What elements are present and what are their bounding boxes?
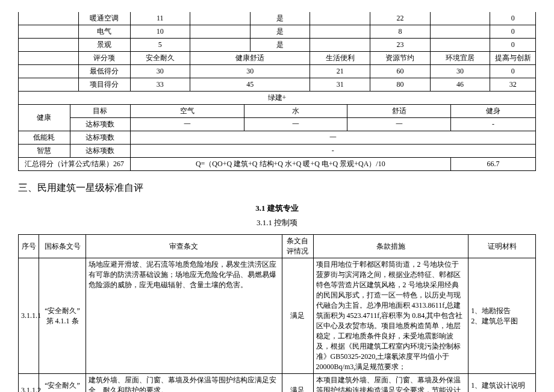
item-evidence: 1、地勘报告 2、建筑总平图 bbox=[468, 258, 536, 374]
item-status: 满足 bbox=[282, 374, 314, 393]
discipline-v4 bbox=[310, 39, 370, 52]
discipline-v1: 11 bbox=[130, 12, 190, 25]
item-index: 3.1.1.1 bbox=[19, 258, 39, 374]
top-discipline-table: 暖通空调 11 是 22 0 电气 10 是 8 0 景观 5 是 23 0 评… bbox=[18, 12, 536, 105]
score-v6: 32 bbox=[490, 78, 536, 92]
discipline-name: 景观 bbox=[78, 39, 130, 52]
item-measures: 本项目建筑外墙、屋面、门窗、幕墙及外保温等围护结构连接构造满足安全要求，节能设计… bbox=[313, 374, 468, 393]
item-code: “安全耐久”第 4.1.1 条 bbox=[39, 258, 86, 374]
g2-row-2: 达标项数 一 一 一 - bbox=[19, 118, 536, 131]
control-row-31101: 3.1.1.1 “安全耐久”第 4.1.1 条 场地应避开滑坡、泥石流等地质危险… bbox=[19, 258, 536, 374]
discipline-v5: 22 bbox=[370, 12, 431, 25]
g2-water: 水 bbox=[244, 105, 347, 118]
discipline-v2 bbox=[190, 39, 251, 52]
g2-compliant: 达标项数 bbox=[70, 118, 130, 131]
score-v4: 80 bbox=[370, 78, 431, 92]
score-v5: 46 bbox=[430, 78, 490, 92]
top-row-2: 景观 5 是 23 0 bbox=[19, 39, 536, 52]
top-row-1: 电气 10 是 8 0 bbox=[19, 25, 536, 39]
discipline-v1: 5 bbox=[130, 39, 190, 52]
g2-fitness: 健身 bbox=[451, 105, 536, 118]
score-col-4: 资源节约 bbox=[370, 52, 431, 65]
col-xh: 序号 bbox=[19, 235, 39, 258]
score-row-min: 最低得分 30 30 21 60 30 0 bbox=[19, 65, 536, 78]
discipline-v2 bbox=[190, 25, 251, 39]
score-v1: 33 bbox=[130, 78, 190, 92]
g2-target: 目标 bbox=[70, 105, 130, 118]
score-v2: 45 bbox=[190, 78, 310, 92]
score-v4: 60 bbox=[370, 65, 431, 78]
discipline-v4 bbox=[310, 25, 370, 39]
blank-cell bbox=[19, 52, 79, 65]
discipline-v5: 23 bbox=[370, 39, 431, 52]
col-sc: 审查条文 bbox=[86, 235, 282, 258]
g2-comfort: 舒适 bbox=[347, 105, 451, 118]
item-code: “安全耐久”第 4.L2 条 bbox=[39, 374, 86, 393]
g2-v: - bbox=[130, 145, 535, 158]
g2-lowenergy: 低能耗 bbox=[19, 131, 70, 145]
control-header-row: 序号 国标条文号 审查条文 条文自评情况 条款措施 证明材料 bbox=[19, 235, 536, 258]
discipline-v3: 是 bbox=[250, 12, 310, 25]
discipline-v2 bbox=[190, 12, 251, 25]
section-heading-3: 三、民用建筑一星级标准自评 bbox=[18, 182, 536, 194]
score-cat: 评分项 bbox=[78, 52, 130, 65]
subsection-heading-311: 3.1.1 控制项 bbox=[18, 217, 536, 228]
score-col-3: 生活便利 bbox=[310, 52, 370, 65]
score-col-6: 提高与创新 bbox=[490, 52, 536, 65]
score-cat: 最低得分 bbox=[78, 65, 130, 78]
score-row-project: 项目得分 33 45 31 80 46 32 bbox=[19, 78, 536, 92]
discipline-name: 电气 bbox=[78, 25, 130, 39]
g2-row-3: 低能耗 达标项数 一 bbox=[19, 131, 536, 145]
discipline-v3: 是 bbox=[250, 39, 310, 52]
item-index: 3.1.1.2 bbox=[19, 374, 39, 393]
discipline-v7: 0 bbox=[490, 25, 536, 39]
score-v3: 21 bbox=[310, 65, 370, 78]
green-plus-title: 绿建+ bbox=[19, 92, 536, 105]
score-v2: 30 bbox=[190, 65, 310, 78]
g2-summary-result: 66.7 bbox=[451, 158, 536, 171]
score-v1: 30 bbox=[130, 65, 190, 78]
score-v6: 0 bbox=[490, 65, 536, 78]
discipline-v6 bbox=[430, 12, 490, 25]
item-review-text: 建筑外墙、屋面、门窗、幕墙及外保温等围护结构应满足安全、耐久和防护的要求。 bbox=[86, 374, 282, 393]
blank-cell bbox=[19, 12, 79, 25]
score-header-row: 评分项 安全耐久 健康舒适 生活便利 资源节约 环境宜居 提高与创新 bbox=[19, 52, 536, 65]
item-status: 满足 bbox=[282, 258, 314, 374]
item-measures: 项目用地位于郫都区郫筒街道，2 号地块位于菠萝街与滨河路之间，根据业态特征、郫都… bbox=[313, 258, 468, 374]
g2-v4: - bbox=[451, 118, 536, 131]
g2-v: 一 bbox=[130, 131, 535, 145]
subsection-heading-31: 3.1 建筑专业 bbox=[18, 203, 536, 214]
item-evidence: 1、建筑设计说明 2、建筑平面图 bbox=[468, 374, 536, 393]
g2-health: 健康 bbox=[19, 105, 70, 131]
col-cs: 条款措施 bbox=[313, 235, 468, 258]
score-v5: 30 bbox=[430, 65, 490, 78]
g2-v3: 一 bbox=[347, 118, 451, 131]
discipline-v3: 是 bbox=[250, 25, 310, 39]
score-v3: 31 bbox=[310, 78, 370, 92]
discipline-v7: 0 bbox=[490, 12, 536, 25]
blank-cell bbox=[19, 39, 79, 52]
g2-row-5: 汇总得分（计算公式/结果）267 Q=（QO+Q 建筑+Q 结构+Q 水+Q 暖… bbox=[19, 158, 536, 171]
g2-compliant: 达标项数 bbox=[70, 145, 130, 158]
g2-row-1: 健康 目标 空气 水 舒适 健身 bbox=[19, 105, 536, 118]
g2-smart: 智慧 bbox=[19, 145, 70, 158]
green-plus-table: 健康 目标 空气 水 舒适 健身 达标项数 一 一 一 - 低能耗 达标项数 一… bbox=[18, 105, 536, 171]
discipline-v4 bbox=[310, 12, 370, 25]
g2-summary-formula: Q=（QO+Q 建筑+Q 结构+Q 水+Q 暖+Q 电+Q 景观+QA）/10 bbox=[130, 158, 451, 171]
item-review-text: 场地应避开滑坡、泥石流等地质危险地段，易发生洪涝区应有可靠的防洪涝基础设施；场地… bbox=[86, 258, 282, 374]
discipline-v6 bbox=[430, 25, 490, 39]
g2-v2: 一 bbox=[244, 118, 347, 131]
blank-cell bbox=[19, 65, 79, 78]
blank-cell bbox=[19, 78, 79, 92]
green-plus-title-row: 绿建+ bbox=[19, 92, 536, 105]
score-col-2: 健康舒适 bbox=[190, 52, 310, 65]
discipline-name: 暖通空调 bbox=[78, 12, 130, 25]
top-row-0: 暖通空调 11 是 22 0 bbox=[19, 12, 536, 25]
col-zm: 证明材料 bbox=[468, 235, 536, 258]
g2-summary-label: 汇总得分（计算公式/结果）267 bbox=[19, 158, 131, 171]
g2-v1: 一 bbox=[130, 118, 244, 131]
g2-air: 空气 bbox=[130, 105, 244, 118]
score-col-5: 环境宜居 bbox=[430, 52, 490, 65]
score-cat: 项目得分 bbox=[78, 78, 130, 92]
col-gh: 国标条文号 bbox=[39, 235, 86, 258]
